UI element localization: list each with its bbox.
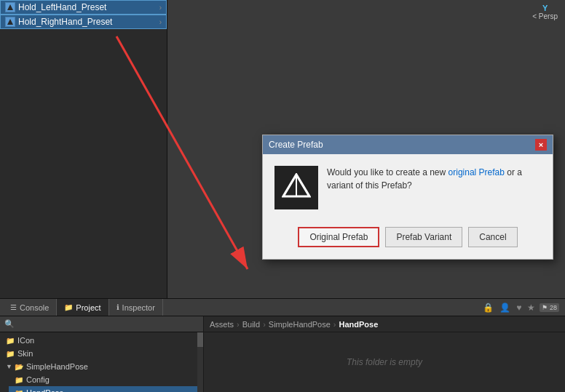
project-sidebar: 🔍 📁 ICon 📁 Skin ▼ 📂 SimpleHandPose [0,316,204,392]
breadcrumb-sep-3: › [333,320,336,329]
badge-count: ⚑ 28 [540,303,559,312]
breadcrumb-simplehandpose: SimpleHandPose [269,320,331,329]
breadcrumb-handpose: HandPose [339,320,379,329]
bottom-panel: ☰ Console 📁 Project ℹ Inspector 🔒 👤 ♥ ★ … [0,298,565,392]
inspector-tab-label: Inspector [122,303,155,312]
lock-icon[interactable]: 🔒 [481,301,495,314]
breadcrumb-sep-2: › [263,320,266,329]
prefab-icon [5,2,15,12]
badge-icon: ⚑ [542,304,548,311]
search-input[interactable] [17,320,199,329]
empty-folder-label: This folder is empty [347,357,422,367]
axis-y-label: Y [532,4,558,12]
folder-label-handpose: HandPose [26,388,63,392]
search-icon: 🔍 [4,319,15,329]
breadcrumb-assets: Assets [210,320,234,329]
hierarchy-item-label: Hold_LeftHand_Preset [18,2,106,12]
message-highlight: original Prefab [449,167,505,177]
chevron-right-icon-2: › [159,18,162,26]
dialog-close-button[interactable]: × [535,139,547,151]
folder-label-icon: ICon [17,336,34,345]
expand-arrow-simplehandpose: ▼ [6,363,12,370]
heart-icon[interactable]: ♥ [515,301,523,314]
prefab-icon-2 [5,17,15,27]
console-tab-label: Console [20,303,49,312]
persp-label: < Persp [532,12,558,20]
folder-item-handpose[interactable]: 📁 HandPose [9,386,203,392]
right-toolbar: 🔒 👤 ♥ ★ ⚑ 28 [481,301,562,314]
project-panel: 🔍 📁 ICon 📁 Skin ▼ 📂 SimpleHandPose [0,316,565,392]
folder-label-skin: Skin [17,349,33,358]
folder-label-config: Config [26,375,50,384]
folder-icon-simplehandpose: 📂 [15,363,23,371]
hierarchy-item-hold-right[interactable]: Hold_RightHand_Preset › [0,15,167,29]
cancel-button[interactable]: Cancel [468,227,517,247]
star-icon[interactable]: ★ [526,301,537,314]
folder-icon-icon: 📁 [6,337,15,345]
tab-bar: ☰ Console 📁 Project ℹ Inspector 🔒 👤 ♥ ★ … [0,299,565,316]
dialog-buttons: Original Prefab Prefab Variant Cancel [263,221,553,259]
folder-item-icon[interactable]: 📁 ICon [0,334,203,347]
folder-item-simplehandpose[interactable]: ▼ 📂 SimpleHandPose [0,360,203,373]
dialog-unity-icon [274,166,318,209]
folder-tree: 📁 ICon 📁 Skin ▼ 📂 SimpleHandPose 📁 Confi… [0,332,203,392]
prefab-variant-button[interactable]: Prefab Variant [385,227,462,247]
inspector-icon: ℹ [116,303,119,311]
dialog-title: Create Prefab [269,140,323,150]
tab-console[interactable]: ☰ Console [3,299,57,316]
content-area: This folder is empty [204,332,565,392]
scene-viewport: Hold_LeftHand_Preset › Hold_RightHand_Pr… [0,0,565,298]
folder-item-skin[interactable]: 📁 Skin [0,347,203,360]
scroll-handle[interactable] [197,332,203,392]
project-icon: 📁 [64,303,73,311]
folder-icon-skin: 📁 [6,350,15,358]
scroll-thumb[interactable] [197,332,203,347]
create-prefab-dialog: Create Prefab × Would you like to create… [262,135,553,260]
person-icon[interactable]: 👤 [498,301,512,314]
folder-icon-handpose: 📁 [15,389,23,393]
search-bar: 🔍 [0,316,203,332]
breadcrumb-bar: Assets › Build › SimpleHandPose › HandPo… [204,316,565,332]
tab-inspector[interactable]: ℹ Inspector [109,299,163,316]
hierarchy-item-label-2: Hold_RightHand_Preset [18,17,112,27]
dialog-message: Would you like to create a new original … [327,166,541,192]
project-content: Assets › Build › SimpleHandPose › HandPo… [204,316,565,392]
console-icon: ☰ [10,303,17,311]
breadcrumb-build: Build [242,320,260,329]
tab-project[interactable]: 📁 Project [57,299,108,316]
dialog-body: Would you like to create a new original … [263,154,553,221]
folder-label-simplehandpose: SimpleHandPose [26,362,88,371]
hierarchy-item-hold-left[interactable]: Hold_LeftHand_Preset › [0,0,167,15]
original-prefab-button[interactable]: Original Prefab [298,227,379,247]
folder-icon-config: 📁 [15,376,23,384]
project-tab-label: Project [76,303,100,312]
breadcrumb-sep-1: › [237,320,240,329]
dialog-title-bar: Create Prefab × [263,135,553,154]
chevron-right-icon: › [159,4,162,12]
hierarchy-panel: Hold_LeftHand_Preset › Hold_RightHand_Pr… [0,0,167,298]
axis-gizmo: Y < Persp [532,4,558,20]
message-part1: Would you like to create a new [327,167,449,177]
folder-item-config[interactable]: 📁 Config [9,373,203,386]
